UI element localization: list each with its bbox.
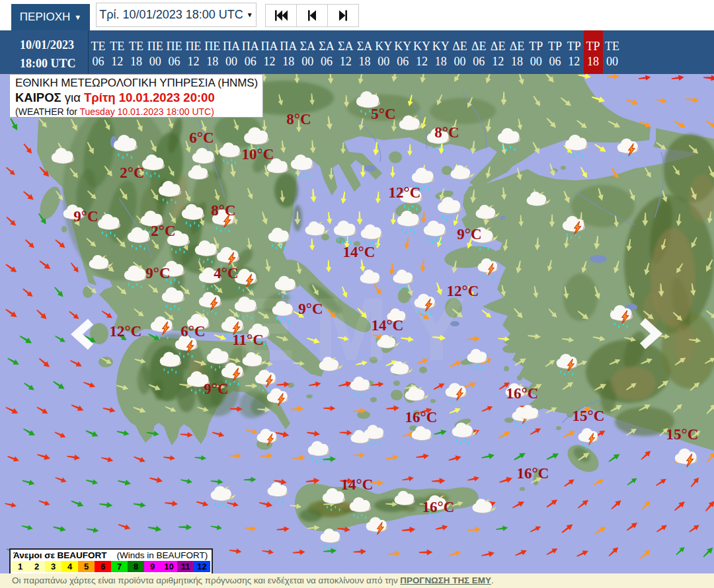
svg-text:15°C: 15°C xyxy=(666,426,699,443)
svg-text:9°C: 9°C xyxy=(298,301,323,317)
svg-text:10°C: 10°C xyxy=(242,146,274,163)
svg-text:4°C: 4°C xyxy=(214,265,238,281)
svg-text:8°C: 8°C xyxy=(286,111,311,128)
svg-text:8°C: 8°C xyxy=(211,202,235,219)
svg-text:6°C: 6°C xyxy=(189,129,214,146)
svg-text:12°C: 12°C xyxy=(389,184,421,201)
svg-text:9°C: 9°C xyxy=(73,208,98,225)
svg-text:9°C: 9°C xyxy=(457,226,481,242)
svg-text:9°C: 9°C xyxy=(204,381,228,397)
svg-text:15°C: 15°C xyxy=(573,408,605,424)
svg-text:5°C: 5°C xyxy=(371,106,395,122)
svg-text:14°C: 14°C xyxy=(372,317,404,334)
svg-text:2°C: 2°C xyxy=(120,165,144,181)
svg-text:12°C: 12°C xyxy=(110,323,142,340)
svg-text:16°C: 16°C xyxy=(422,499,455,515)
svg-text:12°C: 12°C xyxy=(447,283,479,299)
svg-text:8°C: 8°C xyxy=(434,124,459,141)
svg-text:16°C: 16°C xyxy=(506,385,539,402)
svg-text:14°C: 14°C xyxy=(341,476,374,493)
svg-text:2°C: 2°C xyxy=(151,223,175,239)
svg-text:11°C: 11°C xyxy=(232,332,264,348)
svg-text:16°C: 16°C xyxy=(405,409,438,425)
svg-text:16°C: 16°C xyxy=(517,465,549,482)
svg-text:6°C: 6°C xyxy=(180,323,205,340)
svg-text:14°C: 14°C xyxy=(343,244,376,260)
svg-text:9°C: 9°C xyxy=(145,265,170,281)
